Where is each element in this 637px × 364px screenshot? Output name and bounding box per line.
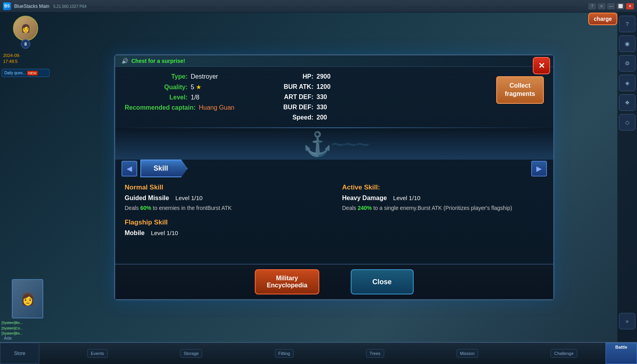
speed-row: Speed: 200 (266, 114, 473, 121)
right-btn-1[interactable]: ? (619, 16, 635, 32)
player-level: 8 (21, 39, 30, 49)
right-btn-6[interactable]: ◇ (619, 114, 635, 131)
skill-area: ◀ Skill ▶ Normal Skill Guided Missile Le… (115, 160, 553, 264)
bur-atk-row: BUR ATK: 1200 (266, 83, 473, 90)
hp-value: 2900 (317, 73, 331, 80)
right-btn-4[interactable]: ◈ (619, 75, 635, 91)
level-row: Level: 1/8 (125, 94, 243, 101)
dialog-close-btn[interactable]: ✕ (533, 57, 550, 74)
speed-label: Speed: (266, 114, 313, 121)
right-btn-5[interactable]: ❖ (619, 94, 635, 111)
ship-image-area: ⚓ ~ ~ ~ (115, 128, 553, 160)
dialog-overlay: ✕ 🔊 Chest for a surprise! Type: Destroye… (51, 13, 617, 342)
stats-center: HP: 2900 BUR ATK: 1200 ART DEF: 330 BUR … (243, 73, 473, 121)
normal-skill-level: Level 1/10 (175, 195, 203, 201)
chat-log: [System]Bo... [System]Co... [System]Bo..… (2, 320, 49, 336)
bluestacks-icon: BS (3, 2, 11, 10)
ship-silhouette: ⚓ ~ ~ ~ (303, 130, 366, 158)
captain-label: Recommended captain: (125, 104, 195, 111)
titlebar: BS BlueStacks Main 5.21.560.1027 P64 ? ≡… (0, 0, 637, 13)
storage-btn[interactable]: Storage (180, 349, 203, 358)
main-dialog: ✕ 🔊 Chest for a surprise! Type: Destroye… (114, 54, 554, 300)
trees-btn[interactable]: Trees (366, 349, 384, 358)
avatar: 👩 (13, 16, 38, 41)
close-btn[interactable]: Close (351, 269, 414, 294)
speed-value: 200 (317, 114, 327, 121)
aide-label: Aide (4, 336, 12, 340)
mission-btn[interactable]: Mission (457, 349, 478, 358)
level-value: 1/8 (191, 94, 199, 101)
normal-skill-name-row: Guided Missile Level 1/10 (125, 195, 326, 202)
stats-left: Type: Destroyer Quality: 5 ★ Level: 1/8 … (125, 73, 243, 121)
active-skill-name: Heavy Damage (342, 195, 387, 202)
bur-atk-label: BUR ATK: (266, 83, 313, 90)
type-row: Type: Destroyer (125, 73, 243, 80)
art-def-value: 330 (317, 94, 327, 101)
notif-speaker-icon: 🔊 (122, 58, 128, 64)
flagship-skill-level: Level 1/10 (151, 230, 178, 236)
active-skill-title: Active Skill: (342, 184, 544, 191)
right-sidebar: ? ◉ ⚙ ◈ ❖ ◇ » (617, 13, 637, 364)
quality-value: 5 ★ (191, 83, 201, 91)
bottom-bar: Store Events Storage Fitting Trees Missi… (0, 342, 637, 364)
encyclopedia-btn[interactable]: MilitaryEncyclopedia (255, 269, 319, 294)
daily-quest-item[interactable]: Daily ques... NEW (2, 69, 50, 77)
forward-arrows-btn[interactable]: » (619, 313, 635, 329)
hp-row: HP: 2900 (266, 73, 473, 80)
normal-skill-desc: Deals 60% to enemies in the frontBurst A… (125, 204, 326, 212)
flagship-skill-title: Flagship Skill (125, 219, 326, 226)
titlebar-help-btn[interactable]: ? (588, 3, 596, 9)
challenge-btn[interactable]: Challenge (550, 349, 577, 358)
left-sidebar: 👩 8 2024-09- 17:48:5 Daily ques... NEW [… (0, 13, 51, 364)
titlebar-close-btn[interactable]: ✕ (626, 3, 634, 9)
active-skill-name-row: Heavy Damage Level 1/10 (342, 195, 544, 202)
chat-line-2: [System]Co... (2, 326, 49, 331)
new-badge: NEW (27, 71, 38, 75)
aide-container: 👩 Aide (4, 335, 12, 340)
skill-tab[interactable]: Skill (140, 160, 188, 177)
titlebar-menu-btn[interactable]: ≡ (598, 3, 606, 9)
nav-arrow-left[interactable]: ◀ (122, 161, 137, 176)
notification-text: Chest for a surprise! (131, 58, 185, 64)
level-label: Level: (125, 94, 188, 101)
right-btn-2[interactable]: ◉ (619, 35, 635, 52)
battle-btn[interactable]: Battle (606, 343, 637, 364)
active-skill-desc: Deals 240% to a single enemy.Burst ATK (… (342, 204, 544, 212)
events-btn[interactable]: Events (87, 349, 108, 358)
bur-def-value: 330 (317, 104, 327, 111)
active-skill-column: Active Skill: Heavy Damage Level 1/10 De… (342, 184, 544, 257)
active-skill-highlight: 240% (358, 205, 372, 211)
stats-right: Collectfragments (473, 73, 544, 121)
star-icon: ★ (196, 84, 201, 90)
bur-atk-value: 1200 (317, 83, 331, 90)
chat-line-1: [System]Bo... (2, 320, 49, 326)
titlebar-title: BlueStacks Main 5.21.560.1027 P64 (14, 4, 588, 9)
nav-arrow-right[interactable]: ▶ (531, 161, 547, 176)
skill-content: Normal Skill Guided Missile Level 1/10 D… (115, 177, 553, 264)
type-label: Type: (125, 73, 188, 80)
bur-def-label: BUR DEF: (266, 104, 313, 111)
fitting-btn[interactable]: Fitting (275, 349, 294, 358)
avatar-image: 👩 (14, 17, 37, 40)
captain-row: Recommended captain: Huang Guan (125, 104, 243, 111)
normal-skill-highlight: 60% (140, 205, 151, 211)
normal-skill-title: Normal Skill (125, 184, 326, 191)
quality-row: Quality: 5 ★ (125, 83, 243, 91)
tab-row: ◀ Skill ▶ (115, 160, 553, 177)
titlebar-restore-btn[interactable]: ⬜ (617, 3, 624, 9)
titlebar-minimize-btn[interactable]: — (607, 3, 615, 9)
flagship-skill-name-row: Mobile Level 1/10 (125, 230, 326, 237)
right-btn-3[interactable]: ⚙ (619, 55, 635, 72)
hp-label: HP: (266, 73, 313, 80)
store-btn[interactable]: Store (0, 343, 39, 364)
dialog-footer: MilitaryEncyclopedia Close (115, 264, 553, 299)
notification-bar: 🔊 Chest for a surprise! (115, 55, 553, 67)
date-display: 2024-09- 17:48:5 (2, 52, 50, 66)
quality-label: Quality: (125, 84, 188, 91)
collect-fragments-btn[interactable]: Collectfragments (496, 76, 544, 104)
aide-portrait: 👩 (12, 279, 43, 318)
normal-skill-name: Guided Missile (125, 195, 169, 202)
bur-def-row: BUR DEF: 330 (266, 104, 473, 111)
type-value: Destroyer (191, 73, 218, 80)
captain-value: Huang Guan (199, 104, 234, 111)
